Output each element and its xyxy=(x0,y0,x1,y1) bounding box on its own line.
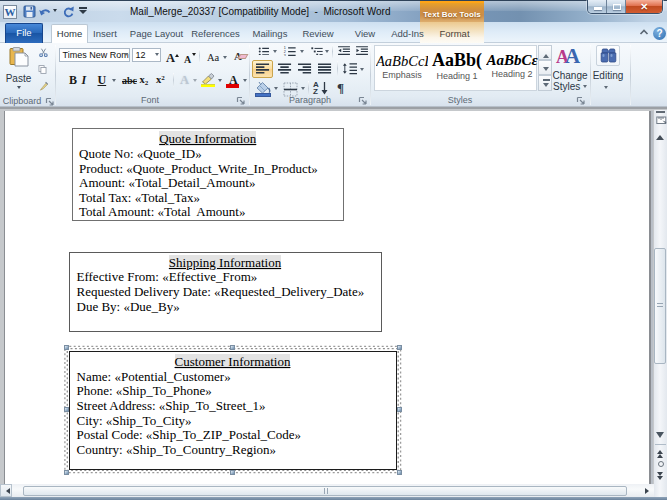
svg-text:3: 3 xyxy=(284,53,286,56)
